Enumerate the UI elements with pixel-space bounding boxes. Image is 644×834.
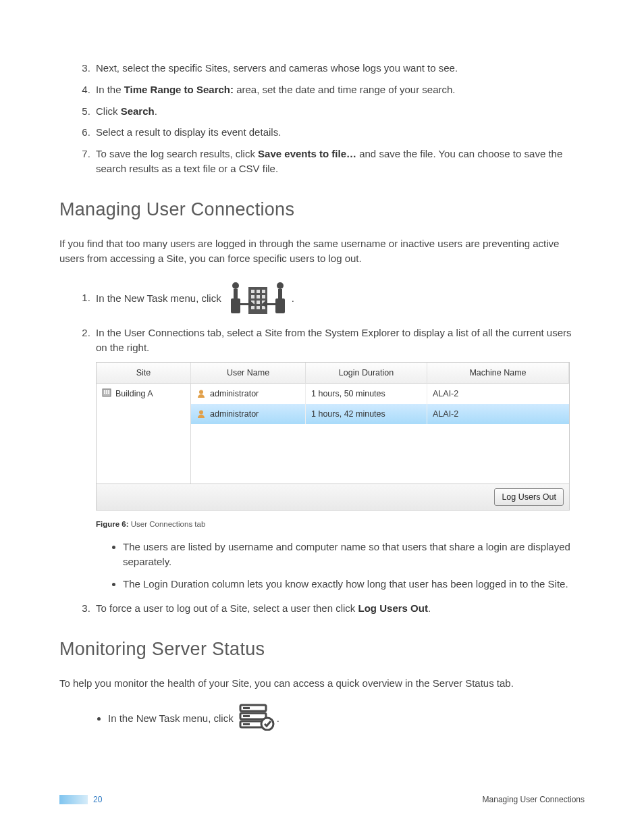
- intro-paragraph: To help you monitor the health of your S…: [59, 676, 585, 692]
- step-text: In the User Connections tab, select a Si…: [96, 327, 572, 353]
- table-cell-machine[interactable]: ALAI-2: [427, 384, 569, 404]
- step-7: To save the log search results, click Sa…: [93, 147, 585, 176]
- svg-rect-10: [251, 295, 254, 298]
- step-text: .: [428, 602, 431, 614]
- figure-user-connections: Site User Name Login Duration Machine Na…: [96, 362, 585, 511]
- table-cell-user[interactable]: administrator: [191, 384, 306, 404]
- svg-rect-25: [106, 390, 107, 392]
- step-text: .: [277, 712, 279, 724]
- log-users-out-button[interactable]: Log Users Out: [494, 488, 564, 506]
- figure-caption-text: User Connections tab: [129, 520, 206, 528]
- svg-point-30: [199, 390, 203, 394]
- footer-swatch-icon: [59, 795, 88, 804]
- heading-managing-user-connections: Managing User Connections: [59, 199, 585, 220]
- step-text: To save the log search results, click: [96, 148, 258, 159]
- table-cell-login[interactable]: 1 hours, 50 minutes: [306, 384, 427, 404]
- svg-rect-26: [108, 390, 109, 392]
- user-connections-icon: [225, 279, 290, 319]
- svg-rect-14: [257, 301, 260, 304]
- user-connections-steps: In the New Task menu, click: [59, 279, 585, 617]
- footer-left: 20: [59, 795, 102, 804]
- step-text: .: [292, 292, 294, 303]
- step-text: Next, select the specific Sites, servers…: [96, 62, 458, 74]
- svg-rect-1: [234, 289, 238, 298]
- step-text: area, set the date and time range of you…: [234, 84, 456, 95]
- cell-text: ALAI-2: [433, 388, 458, 400]
- svg-rect-7: [251, 290, 254, 293]
- col-machine-name[interactable]: Machine Name: [427, 363, 569, 384]
- svg-rect-2: [231, 298, 240, 313]
- svg-point-31: [199, 411, 203, 415]
- col-site[interactable]: Site: [97, 363, 191, 384]
- save-events-label: Save events to file…: [258, 148, 356, 159]
- table-cell-machine[interactable]: ALAI-2: [427, 404, 569, 424]
- step-3: Next, select the specific Sites, servers…: [93, 61, 585, 76]
- table-empty-area: [191, 424, 569, 484]
- step-4: In the Time Range to Search: area, set t…: [93, 82, 585, 97]
- site-icon: [102, 388, 111, 397]
- site-label: Building A: [115, 388, 153, 400]
- svg-rect-5: [275, 298, 285, 313]
- figure-caption: Figure 6: User Connections tab: [96, 519, 585, 530]
- cell-text: administrator: [210, 388, 259, 400]
- site-tree-item[interactable]: Building A: [97, 384, 191, 484]
- svg-rect-21: [267, 303, 275, 305]
- cell-text: administrator: [210, 408, 259, 420]
- step-text: Click: [96, 105, 121, 117]
- table-cell-login[interactable]: 1 hours, 42 minutes: [306, 404, 427, 424]
- svg-rect-28: [106, 392, 107, 394]
- list-item: The Login Duration column lets you know …: [123, 577, 585, 592]
- col-login-duration[interactable]: Login Duration: [306, 363, 427, 384]
- time-range-label: Time Range to Search:: [124, 84, 234, 95]
- svg-rect-16: [251, 306, 254, 309]
- svg-point-0: [232, 282, 239, 289]
- user-connections-panel: Site User Name Login Duration Machine Na…: [96, 362, 570, 511]
- user-icon: [196, 389, 206, 398]
- cell-text: 1 hours, 50 minutes: [311, 388, 385, 400]
- cell-text: ALAI-2: [433, 408, 458, 420]
- search-label: Search: [121, 105, 155, 117]
- page-footer: 20 Managing User Connections: [59, 795, 585, 804]
- svg-rect-12: [262, 295, 265, 298]
- figure-number: Figure 6:: [96, 520, 129, 528]
- heading-monitoring-server-status: Monitoring Server Status: [59, 639, 585, 660]
- running-head: Managing User Connections: [483, 795, 585, 804]
- step-text: In the New Task menu, click: [108, 712, 236, 724]
- svg-rect-27: [104, 392, 105, 394]
- uc-step-1: In the New Task menu, click: [93, 279, 585, 319]
- list-item: In the New Task menu, click .: [108, 704, 585, 735]
- log-users-out-label: Log Users Out: [358, 602, 428, 614]
- svg-rect-19: [240, 303, 248, 305]
- search-steps-list: Next, select the specific Sites, servers…: [59, 61, 585, 176]
- step-5: Click Search.: [93, 104, 585, 119]
- server-status-steps: In the New Task menu, click .: [59, 704, 585, 735]
- step-text: In the New Task menu, click: [96, 292, 224, 303]
- intro-paragraph: If you find that too many users are logg…: [59, 236, 585, 267]
- page: Next, select the specific Sites, servers…: [0, 0, 644, 834]
- step-text: .: [155, 105, 157, 117]
- step-text: Select a result to display its event det…: [96, 126, 281, 138]
- server-status-icon: [238, 704, 275, 735]
- svg-rect-4: [278, 289, 282, 298]
- svg-rect-9: [262, 290, 265, 293]
- cell-text: 1 hours, 42 minutes: [311, 408, 385, 420]
- svg-rect-11: [257, 295, 260, 298]
- uc-step-3: To force a user to log out of a Site, se…: [93, 601, 585, 616]
- col-user-name[interactable]: User Name: [191, 363, 306, 384]
- step-6: Select a result to display its event det…: [93, 125, 585, 140]
- page-number: 20: [93, 795, 102, 804]
- step-text: To force a user to log out of a Site, se…: [96, 602, 358, 614]
- list-item: The users are listed by username and com…: [123, 540, 585, 570]
- svg-rect-24: [104, 390, 105, 392]
- table-cell-user[interactable]: administrator: [191, 404, 306, 424]
- svg-rect-8: [257, 290, 260, 293]
- svg-rect-18: [262, 306, 265, 309]
- svg-point-3: [277, 282, 284, 289]
- svg-rect-17: [257, 306, 260, 309]
- panel-footer: Log Users Out: [97, 484, 569, 510]
- user-icon: [196, 409, 206, 419]
- step-text: In the: [96, 84, 124, 95]
- uc-step-2: In the User Connections tab, select a Si…: [93, 325, 585, 592]
- notes-list: The users are listed by username and com…: [96, 540, 585, 592]
- svg-rect-29: [108, 392, 109, 394]
